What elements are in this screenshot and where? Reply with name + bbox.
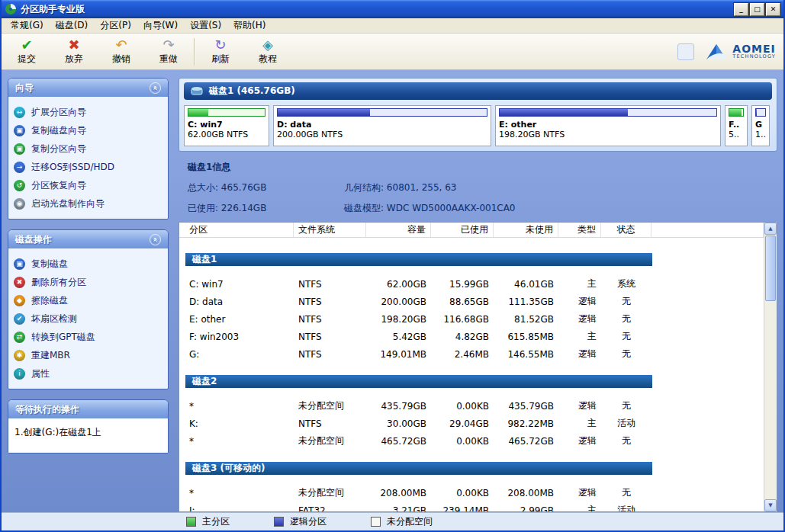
- redo-button[interactable]: ↷ 重做: [151, 37, 186, 66]
- col-unused[interactable]: 未使用: [494, 223, 558, 237]
- col-type[interactable]: 类型: [558, 223, 601, 237]
- sidebar-item-copy-partition-wizard[interactable]: ▣ 复制分区向导: [14, 139, 162, 158]
- table-body: 磁盘1 C: win7 NTFS 62.00GB 15.99GB 46.01GB…: [179, 238, 764, 511]
- commit-button[interactable]: ✔ 提交: [9, 37, 44, 66]
- sidebar-item-bootable-cd-wizard[interactable]: ◉ 启动光盘制作向导: [14, 194, 162, 213]
- disk1-group-header[interactable]: 磁盘1: [185, 253, 652, 266]
- menu-settings[interactable]: 设置(S): [184, 18, 227, 34]
- panel-toggle-icon[interactable]: [677, 43, 694, 60]
- table-row[interactable]: * 未分配空间 465.72GB 0.00KB 465.72GB 逻辑 无: [179, 432, 764, 450]
- partition-usage-bar: [755, 108, 766, 117]
- content-area: 向导 « ↔ 扩展分区向导 ▣ 复制磁盘向导 ▣ 复制分区向导: [2, 70, 783, 512]
- pending-operations-title: 等待执行的操作: [15, 403, 79, 416]
- disk-operations-panel: 磁盘操作 « ▣ 复制磁盘 ✖ 删除所有分区 ◆ 擦除磁盘: [8, 229, 169, 389]
- aomei-triangle-icon: [705, 43, 728, 61]
- sidebar-item-bad-sector-test[interactable]: ✔ 坏扇区检测: [14, 309, 162, 328]
- disk-map-panel: 磁盘1 (465.76GB) C: win7 62.00GB NTFS D: d…: [179, 78, 777, 152]
- scroll-down-icon[interactable]: ▼: [764, 499, 777, 511]
- partition-block-d[interactable]: D: data 200.00GB NTFS: [273, 105, 491, 146]
- col-used[interactable]: 已使用: [431, 223, 494, 237]
- table-row[interactable]: K: NTFS 30.00GB 29.04GB 982.22MB 主 活动: [179, 415, 764, 432]
- collapse-chevron-icon[interactable]: «: [150, 82, 161, 94]
- legend-logical: 逻辑分区: [274, 515, 327, 528]
- vertical-scrollbar[interactable]: ▲ ▼: [764, 223, 777, 511]
- partition-block-f[interactable]: F.. 5..: [725, 105, 748, 146]
- sidebar-item-copy-disk-wizard[interactable]: ▣ 复制磁盘向导: [14, 121, 162, 139]
- menubar: 常规(G) 磁盘(D) 分区(P) 向导(W) 设置(S) 帮助(H): [2, 18, 783, 34]
- maximize-button[interactable]: □: [750, 3, 764, 16]
- disk1-header-label: 磁盘1 (465.76GB): [209, 85, 295, 98]
- disk2-group-header[interactable]: 磁盘2: [185, 375, 652, 388]
- legend-unallocated: 未分配空间: [371, 515, 433, 528]
- disk-info-section: 磁盘1信息 总大小: 465.76GB 几何结构: 60801, 255, 63…: [179, 152, 777, 220]
- wizard-panel-title: 向导: [15, 82, 34, 95]
- pending-operation-item[interactable]: 1.创建(G:)在磁盘1上: [14, 426, 162, 439]
- table-row[interactable]: * 未分配空间 208.00MB 0.00KB 208.00MB 逻辑 无: [179, 484, 764, 502]
- sidebar-item-delete-all-partitions[interactable]: ✖ 删除所有分区: [14, 273, 162, 291]
- extend-partition-icon: ↔: [14, 107, 25, 118]
- migrate-os-icon: →: [14, 162, 25, 173]
- sidebar-item-migrate-os[interactable]: → 迁移OS到SSD/HDD: [14, 158, 162, 176]
- sidebar-item-rebuild-mbr[interactable]: ✱ 重建MBR: [14, 346, 162, 364]
- disk-operations-header[interactable]: 磁盘操作 «: [8, 230, 168, 248]
- disk1-header-bar: 磁盘1 (465.76GB): [184, 82, 772, 100]
- table-row[interactable]: * 未分配空间 435.79GB 0.00KB 435.79GB 逻辑 无: [179, 397, 764, 415]
- table-row[interactable]: G: NTFS 149.01MB 2.46MB 146.55MB 逻辑 无: [179, 345, 764, 363]
- sidebar-item-wipe-disk[interactable]: ◆ 擦除磁盘: [14, 291, 162, 309]
- partition-block-e[interactable]: E: other 198.20GB NTFS: [495, 105, 721, 146]
- col-filesystem[interactable]: 文件系统: [294, 223, 366, 237]
- col-status[interactable]: 状态: [601, 223, 651, 237]
- titlebar[interactable]: 分区助手专业版 _ □ ✕: [2, 0, 783, 18]
- wizard-panel-header[interactable]: 向导 «: [8, 79, 168, 97]
- menu-disk[interactable]: 磁盘(D): [50, 18, 95, 34]
- legend-bar: 主分区 逻辑分区 未分配空间: [2, 512, 783, 530]
- copy-partition-icon: ▣: [14, 143, 25, 155]
- brand-sub: TECHNOLOGY: [732, 54, 776, 59]
- table-row[interactable]: F: win2003 NTFS 5.42GB 4.82GB 615.85MB 主…: [179, 328, 764, 345]
- pending-operations-header[interactable]: 等待执行的操作: [8, 400, 168, 418]
- rebuild-mbr-icon: ✱: [14, 350, 25, 361]
- partition-block-g[interactable]: G 1..: [751, 105, 770, 146]
- menu-wizard[interactable]: 向导(W): [137, 18, 184, 34]
- sidebar-item-partition-recovery-wizard[interactable]: ↺ 分区恢复向导: [14, 176, 162, 194]
- discard-button[interactable]: ✖ 放弃: [56, 37, 92, 66]
- undo-arrow-icon: ↶: [115, 37, 127, 53]
- aomei-logo: AOMEI TECHNOLOGY: [705, 43, 776, 61]
- scroll-up-icon[interactable]: ▲: [764, 223, 777, 235]
- sidebar-item-convert-to-gpt[interactable]: ⇄ 转换到GPT磁盘: [14, 328, 162, 346]
- tutorial-icon: ◈: [262, 37, 273, 53]
- menu-help[interactable]: 帮助(H): [227, 18, 272, 34]
- disk-info-title: 磁盘1信息: [188, 161, 768, 174]
- convert-gpt-icon: ⇄: [14, 332, 25, 343]
- collapse-chevron-icon[interactable]: «: [150, 234, 161, 245]
- sidebar-item-properties[interactable]: i 属性: [14, 364, 162, 383]
- menu-general[interactable]: 常规(G): [5, 18, 50, 34]
- unallocated-space-swatch: [371, 517, 381, 527]
- col-partition[interactable]: 分区: [179, 223, 294, 237]
- close-button[interactable]: ✕: [766, 3, 780, 16]
- table-row[interactable]: E: other NTFS 198.20GB 116.68GB 81.52GB …: [179, 310, 764, 328]
- copy-disk-icon: ▣: [14, 125, 25, 136]
- partition-usage-bar: [499, 108, 717, 117]
- minimize-button[interactable]: _: [734, 3, 748, 16]
- refresh-button[interactable]: ↻ 刷新: [203, 37, 238, 66]
- legend-primary: 主分区: [186, 515, 230, 528]
- table-row[interactable]: D: data NTFS 200.00GB 88.65GB 111.35GB 逻…: [179, 293, 764, 310]
- main-area: 磁盘1 (465.76GB) C: win7 62.00GB NTFS D: d…: [174, 70, 783, 512]
- sidebar: 向导 « ↔ 扩展分区向导 ▣ 复制磁盘向导 ▣ 复制分区向导: [2, 70, 174, 512]
- sidebar-item-copy-disk[interactable]: ▣ 复制磁盘: [14, 255, 162, 273]
- disk-used: 已使用: 226.14GB: [188, 202, 344, 215]
- tutorial-button[interactable]: ◈ 教程: [250, 37, 285, 66]
- wizard-panel: 向导 « ↔ 扩展分区向导 ▣ 复制磁盘向导 ▣ 复制分区向导: [8, 78, 169, 220]
- table-row[interactable]: I: FAT32 3.21GB 239.14MB 2.99GB 主 活动: [179, 502, 764, 511]
- sidebar-item-extend-partition-wizard[interactable]: ↔ 扩展分区向导: [14, 103, 162, 121]
- toolbar: ✔ 提交 ✖ 放弃 ↶ 撤销 ↷ 重做 ↻ 刷新 ◈: [2, 34, 783, 70]
- menu-partition[interactable]: 分区(P): [94, 18, 137, 34]
- disk3-group-header[interactable]: 磁盘3 (可移动的): [185, 462, 652, 475]
- delete-partitions-icon: ✖: [14, 277, 25, 288]
- undo-button[interactable]: ↶ 撤销: [104, 37, 139, 66]
- table-row[interactable]: C: win7 NTFS 62.00GB 15.99GB 46.01GB 主 系…: [179, 275, 764, 293]
- scrollbar-thumb[interactable]: [765, 236, 776, 301]
- col-capacity[interactable]: 容量: [366, 223, 431, 237]
- partition-block-c[interactable]: C: win7 62.00GB NTFS: [184, 105, 269, 146]
